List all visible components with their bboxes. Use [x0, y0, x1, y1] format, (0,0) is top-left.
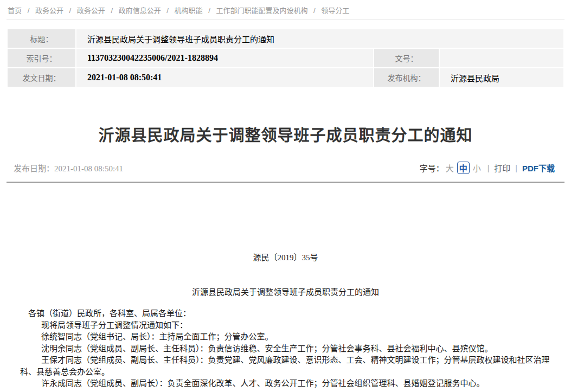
table-row-date: 发文日期： 2021-01-08 08:50:41 发布机构： 沂源县民政局 [7, 68, 564, 87]
font-size-small-button[interactable]: 小 [473, 162, 481, 173]
toolbar-divider: | [515, 164, 517, 172]
breadcrumb-item-leadership: 领导分工 [321, 7, 349, 15]
page-title: 沂源县民政局关于调整领导班子成员职责分工的通知 [7, 123, 564, 145]
paragraph-intro: 现将局领导班子分工调整情况通知如下： [20, 320, 551, 332]
publish-date: 发布日期：2021-01-08 08:50:41 [7, 162, 123, 173]
font-size-medium-button[interactable]: 中 [457, 162, 470, 174]
article-meta-row: 发布日期：2021-01-08 08:50:41 字号： 大 中 小 | 打印 … [7, 162, 564, 174]
paragraph-salutation: 各镇（街道）民政所，各科室、局属各单位： [20, 308, 551, 320]
title-label: 标题： [7, 29, 76, 48]
paragraph-wangbaocai: 王保才同志（党组成员、副局长、主任科员）：负责党建、党风廉政建设、意识形态、工会… [20, 355, 551, 378]
pdf-download-button[interactable]: PDF下载 [522, 162, 555, 173]
breadcrumb-separator: / [69, 7, 72, 15]
breadcrumb-separator: / [28, 7, 30, 15]
print-button[interactable]: 打印 [494, 162, 510, 173]
document-body: 源民〔2019〕35号 沂源县民政局关于调整领导班子成员职责分工的通知 各镇（街… [7, 252, 564, 390]
breadcrumb-item-home[interactable]: 首页 [8, 7, 22, 15]
agency-label: 发布机构： [374, 68, 439, 87]
breadcrumb-item-info-disclosure[interactable]: 政府信息公开 [119, 7, 161, 15]
document-meta-table: 标题： 沂源县民政局关于调整领导班子成员职责分工的通知 索引号： 1137032… [7, 28, 564, 88]
article-toolbar: 字号： 大 中 小 | 打印 | PDF下载 [420, 162, 564, 174]
breadcrumb-item-org-functions[interactable]: 机构职能 [175, 7, 203, 15]
document-inner-title: 沂源县民政局关于调整领导班子成员职责分工的通知 [20, 287, 551, 299]
breadcrumb-separator: / [208, 7, 210, 15]
font-size-label: 字号： [420, 162, 444, 173]
index-number-label: 索引号： [7, 48, 76, 68]
table-row-index: 索引号： 113703230042235006/2021-1828894 文号： [7, 48, 564, 68]
breadcrumb-item-dept-config[interactable]: 工作部门职能配置及内设机构 [216, 7, 307, 15]
font-size-large-button[interactable]: 大 [446, 162, 454, 173]
document-number: 源民〔2019〕35号 [20, 252, 551, 264]
paragraph-xuyongcheng: 许永成同志（党组成员、副局长）：负责全面深化改革、人才、政务公开工作；分管社会组… [20, 378, 551, 390]
doc-number-value [439, 48, 564, 68]
issue-date-value: 2021-01-08 08:50:41 [76, 68, 374, 87]
breadcrumb-divider [7, 20, 564, 20]
breadcrumb-item-zwgk-2[interactable]: 政务公开 [77, 7, 105, 15]
title-value: 沂源县民政局关于调整领导班子成员职责分工的通知 [76, 29, 564, 48]
breadcrumb-separator: / [111, 7, 113, 15]
paragraph-shenmingyu: 沈明余同志（党组成员、副局长、主任科员）：负责信访维稳、安全生产工作；分管社会事… [20, 343, 551, 355]
agency-value: 沂源县民政局 [439, 68, 564, 87]
index-number-value: 113703230042235006/2021-1828894 [76, 48, 374, 68]
issue-date-label: 发文日期： [7, 68, 76, 87]
breadcrumb: 首页 / 政务公开 / 政务公开 / 政府信息公开 / 机构职能 / 工作部门职… [7, 0, 564, 20]
page: 首页 / 政务公开 / 政务公开 / 政府信息公开 / 机构职能 / 工作部门职… [0, 0, 571, 390]
toolbar-divider: | [487, 164, 490, 172]
breadcrumb-item-zwgk-1[interactable]: 政务公开 [35, 7, 63, 15]
breadcrumb-separator: / [313, 7, 316, 15]
paragraph-xutongzhi: 徐统智同志（党组书记、局长）：主持局全面工作；分管办公室。 [20, 331, 551, 343]
content-divider [7, 182, 564, 183]
breadcrumb-separator: / [166, 7, 169, 15]
table-row-title: 标题： 沂源县民政局关于调整领导班子成员职责分工的通知 [7, 29, 564, 48]
doc-number-label: 文号： [374, 48, 439, 68]
